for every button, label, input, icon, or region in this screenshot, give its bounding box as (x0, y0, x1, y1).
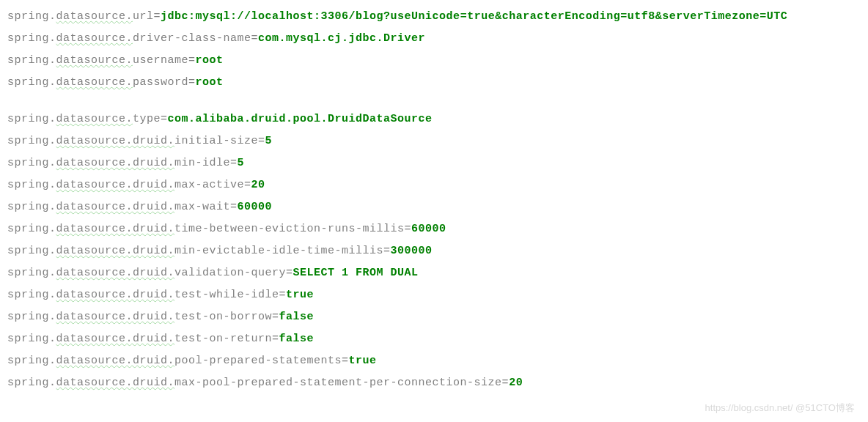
key-wavy: datasource.druid. (56, 157, 175, 169)
key-wavy: datasource.druid. (56, 377, 175, 389)
config-value: false (279, 311, 315, 323)
config-line: spring.datasource.druid.time-between-evi… (7, 218, 861, 240)
config-line: spring.datasource.druid.max-wait=60000 (7, 196, 861, 218)
config-line: spring.datasource.username=root (7, 50, 861, 72)
config-value: com.alibaba.druid.pool.DruidDataSource (168, 113, 433, 125)
config-line: spring.datasource.druid.min-evictable-id… (7, 240, 861, 262)
config-value: 300000 (391, 245, 433, 257)
key-prefix: spring. (7, 135, 56, 147)
config-line: spring.datasource.druid.test-on-borrow=f… (7, 306, 861, 328)
config-value: true (286, 289, 314, 301)
key-rest: min-idle= (174, 157, 238, 169)
config-value: false (279, 333, 315, 345)
config-line: spring.datasource.driver-class-name=com.… (7, 28, 861, 50)
key-rest: test-on-return= (174, 333, 279, 345)
key-wavy: datasource.druid. (56, 355, 175, 367)
key-prefix: spring. (7, 76, 56, 89)
config-value: root (196, 76, 224, 89)
key-rest: password= (133, 76, 196, 89)
config-value: true (349, 355, 377, 367)
key-rest: time-between-eviction-runs-millis= (174, 223, 411, 235)
key-prefix: spring. (7, 267, 56, 279)
key-prefix: spring. (7, 10, 56, 23)
key-prefix: spring. (7, 201, 56, 213)
config-line: spring.datasource.druid.initial-size=5 (7, 130, 861, 152)
key-rest: type= (133, 113, 168, 125)
config-value: 5 (265, 135, 273, 147)
config-line: spring.datasource.druid.test-while-idle=… (7, 284, 861, 306)
key-prefix: spring. (7, 311, 56, 323)
key-rest: min-evictable-idle-time-millis= (174, 245, 391, 257)
key-prefix: spring. (7, 32, 56, 45)
key-prefix: spring. (7, 179, 56, 191)
blank-line (7, 94, 861, 108)
config-line: spring.datasource.druid.test-on-return=f… (7, 328, 861, 350)
key-wavy: datasource.druid. (56, 311, 175, 323)
config-line: spring.datasource.druid.validation-query… (7, 262, 861, 284)
key-prefix: spring. (7, 113, 56, 125)
key-rest: driver-class-name= (133, 32, 258, 45)
key-prefix: spring. (7, 289, 56, 301)
config-line: spring.datasource.druid.pool-prepared-st… (7, 350, 861, 372)
key-wavy: datasource.druid. (56, 333, 175, 345)
key-prefix: spring. (7, 355, 56, 367)
key-rest: initial-size= (174, 135, 265, 147)
key-rest: url= (133, 10, 161, 23)
key-rest: max-pool-prepared-statement-per-connecti… (174, 377, 509, 389)
key-wavy: datasource. (56, 10, 133, 23)
config-line: spring.datasource.druid.max-active=20 (7, 174, 861, 196)
key-prefix: spring. (7, 157, 56, 169)
key-rest: test-on-borrow= (174, 311, 279, 323)
key-wavy: datasource.druid. (56, 289, 175, 301)
config-value: root (196, 54, 224, 67)
key-wavy: datasource. (56, 32, 133, 45)
watermark-text: https://blog.csdn.net/ @51CTO博客 (705, 399, 855, 418)
key-prefix: spring. (7, 333, 56, 345)
key-wavy: datasource. (56, 76, 133, 89)
config-value: 5 (238, 157, 245, 169)
config-line: spring.datasource.password=root (7, 72, 861, 94)
config-value: 20 (251, 179, 265, 191)
config-value: jdbc:mysql://localhost:3306/blog?useUnic… (161, 10, 787, 23)
config-line: spring.datasource.url=jdbc:mysql://local… (7, 6, 861, 28)
key-wavy: datasource.druid. (56, 245, 175, 257)
config-value: SELECT 1 FROM DUAL (293, 267, 419, 279)
key-rest: test-while-idle= (174, 289, 286, 301)
key-wavy: datasource.druid. (56, 179, 175, 191)
config-value: com.mysql.cj.jdbc.Driver (258, 32, 425, 45)
key-rest: pool-prepared-statements= (174, 355, 349, 367)
config-value: 20 (509, 377, 523, 389)
config-value: 60000 (411, 223, 446, 235)
key-rest: username= (133, 54, 196, 67)
key-rest: validation-query= (174, 267, 293, 279)
config-line: spring.datasource.druid.min-idle=5 (7, 152, 861, 174)
key-wavy: datasource.druid. (56, 223, 175, 235)
key-wavy: datasource.druid. (56, 135, 175, 147)
properties-code-block: spring.datasource.url=jdbc:mysql://local… (7, 6, 861, 394)
key-wavy: datasource.druid. (56, 267, 175, 279)
key-wavy: datasource.druid. (56, 201, 175, 213)
key-prefix: spring. (7, 245, 56, 257)
key-rest: max-active= (174, 179, 251, 191)
key-prefix: spring. (7, 54, 56, 67)
key-prefix: spring. (7, 377, 56, 389)
key-wavy: datasource. (56, 54, 133, 67)
key-wavy: datasource. (56, 113, 133, 125)
key-prefix: spring. (7, 223, 56, 235)
key-rest: max-wait= (174, 201, 238, 213)
config-value: 60000 (238, 201, 273, 213)
config-line: spring.datasource.druid.max-pool-prepare… (7, 372, 861, 394)
config-line: spring.datasource.type=com.alibaba.druid… (7, 108, 861, 130)
